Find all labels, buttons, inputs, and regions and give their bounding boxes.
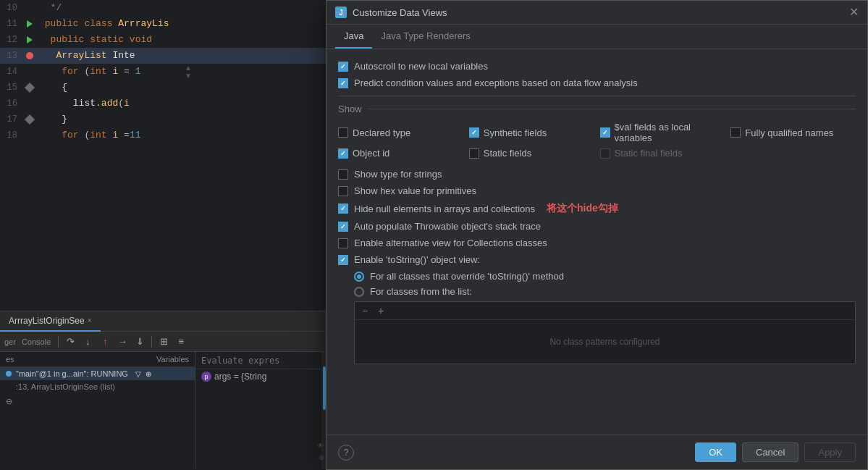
remove-pattern-button[interactable]: − <box>359 305 371 316</box>
step-into-button[interactable]: ↓ <box>80 335 95 349</box>
frames-panel: es Variables "main"@1 in g...ain": RUNNI… <box>0 352 195 469</box>
debugger-label: ger <box>4 337 19 346</box>
frame-item-list[interactable]: :13, ArrayListOriginSee (list) <box>0 380 195 393</box>
auto-populate-checkbox[interactable] <box>338 222 348 232</box>
frame-item-running[interactable]: "main"@1 in g...ain": RUNNING ▽ ⊕ <box>0 367 195 380</box>
synthetic-fields-checkbox[interactable] <box>469 127 479 138</box>
from-list-radio[interactable] <box>354 287 364 297</box>
code-line-highlighted: 13 ArrayList Inte <box>0 48 326 64</box>
fully-qualified-checkbox[interactable] <box>730 127 741 138</box>
enable-alt-view-checkbox[interactable] <box>338 238 348 248</box>
apply-button[interactable]: Apply <box>804 442 856 462</box>
synthetic-fields-item: Synthetic fields <box>469 122 594 143</box>
show-hex-row: Show hex value for primitives <box>338 185 856 196</box>
step-over-button[interactable]: ↷ <box>63 335 77 349</box>
gutter-11 <box>23 20 36 28</box>
show-line <box>368 109 856 109</box>
synthetic-fields-label: Synthetic fields <box>484 127 547 138</box>
tab-java[interactable]: Java <box>335 25 372 49</box>
code-line: 10 */ <box>0 0 326 16</box>
add-pattern-button[interactable]: + <box>375 305 387 316</box>
dialog-title: Customize Data Views <box>353 7 849 18</box>
show-type-strings-checkbox[interactable] <box>338 169 348 180</box>
diamond-icon <box>25 83 35 93</box>
help-button[interactable]: ? <box>338 445 354 461</box>
toolbar-separator <box>58 336 59 348</box>
code-line: 15 { <box>0 80 326 96</box>
declared-type-label: Declared type <box>353 127 410 138</box>
frame-down-icon[interactable]: ⊕ <box>146 370 151 378</box>
from-list-label: For classes from the list: <box>370 286 472 297</box>
code-line: 17 } <box>0 112 326 127</box>
debug-toolbar: ger Console ↷ ↓ ↑ → ⇓ ⊞ ≡ <box>0 332 326 352</box>
variables-label: Variables <box>156 355 189 364</box>
object-id-label: Object id <box>353 148 389 159</box>
tab-arrraylistoriginsee[interactable]: ArrrayListOriginSee × <box>0 311 101 332</box>
list-empty-text: No class patterns configured <box>355 320 855 364</box>
val-fields-item: $val fields as local variables <box>600 122 725 143</box>
dialog-footer: ? OK Cancel Apply <box>326 435 867 469</box>
arrow-green-icon <box>27 36 33 43</box>
static-final-fields-checkbox[interactable] <box>600 148 610 159</box>
debug-tabs: ArrrayListOriginSee × <box>0 311 326 332</box>
editor-panel: 10 */ 11 public class ArrrayLis 12 <box>0 0 326 470</box>
var-item-args: p args = {String <box>195 369 321 384</box>
autoscroll-checkbox[interactable] <box>338 62 348 72</box>
predict-condition-label: Predict condition values and exceptions … <box>354 77 638 88</box>
autoscroll-label: Autoscroll to new local variables <box>354 61 488 72</box>
code-editor: 10 */ 11 public class ArrrayLis 12 <box>0 0 326 311</box>
enable-alt-view-row: Enable alternative view for Collections … <box>338 238 856 248</box>
close-tab-icon[interactable]: × <box>88 316 92 324</box>
evaluate-expression-input[interactable] <box>195 353 321 369</box>
static-final-fields-label: Static final fields <box>615 148 683 159</box>
object-id-checkbox[interactable] <box>338 148 348 159</box>
code-line: 14 for (int i = 1 <box>0 64 326 80</box>
val-fields-checkbox[interactable] <box>600 127 610 138</box>
declared-type-checkbox[interactable] <box>338 127 348 138</box>
class-patterns-list: − + No class patterns configured <box>354 301 856 364</box>
all-classes-radio[interactable] <box>354 272 364 282</box>
show-type-strings-label: Show type for strings <box>354 169 442 180</box>
code-line: 16 list.add(i <box>0 96 326 112</box>
debug-panel: ArrrayListOriginSee × ger Console ↷ ↓ ↑ … <box>0 311 326 470</box>
code-lines: 10 */ 11 public class ArrrayLis 12 <box>0 0 326 143</box>
close-dialog-button[interactable]: ✕ <box>849 7 859 18</box>
declared-type-item: Declared type <box>338 122 463 143</box>
tab-java-type-renderers[interactable]: Java Type Renderers <box>372 25 479 49</box>
ok-button[interactable]: OK <box>695 442 736 462</box>
eye-icon[interactable]: 👁 <box>316 440 326 451</box>
run-to-cursor-button[interactable]: → <box>115 335 130 349</box>
hide-null-annotation: 将这个hide勾掉 <box>547 202 618 215</box>
autoscroll-row: Autoscroll to new local variables <box>338 61 856 72</box>
hide-null-row: Hide null elements in arrays and collect… <box>338 202 856 215</box>
frames-label: es <box>6 355 153 364</box>
show-label: Show <box>338 104 362 114</box>
breakpoint-icon <box>26 52 33 59</box>
list-toolbar: − + <box>355 302 855 320</box>
step-out-button[interactable]: ↑ <box>98 335 112 349</box>
separator <box>338 96 856 96</box>
cancel-button[interactable]: Cancel <box>742 442 799 462</box>
static-fields-item: Static fields <box>469 148 594 159</box>
p-badge-icon: p <box>201 372 211 382</box>
static-fields-checkbox[interactable] <box>469 148 479 159</box>
show-hex-label: Show hex value for primitives <box>354 185 476 196</box>
filter-icon[interactable]: ▽ <box>135 370 141 378</box>
fully-qualified-label: Fully qualified names <box>745 127 833 138</box>
code-line: 18 for (int i =11 <box>0 127 326 143</box>
more-button[interactable]: ≡ <box>174 335 188 349</box>
frame-label: "main"@1 in g...ain": RUNNING <box>16 369 128 378</box>
diamond-icon <box>25 114 35 125</box>
force-step-into-button[interactable]: ⇓ <box>132 335 147 349</box>
eval-area <box>195 352 321 369</box>
show-hex-checkbox[interactable] <box>338 186 348 196</box>
enable-tostring-checkbox[interactable] <box>338 255 348 265</box>
predict-condition-checkbox[interactable] <box>338 78 348 88</box>
scroll-end-icon[interactable]: ⊕ <box>317 452 326 463</box>
arrow-green-icon <box>27 20 33 28</box>
hide-null-checkbox[interactable] <box>338 203 348 214</box>
table-view-button[interactable]: ⊞ <box>156 335 171 349</box>
dialog-content: Autoscroll to new local variables Predic… <box>326 49 867 435</box>
frame-dot-icon <box>6 371 12 377</box>
all-classes-label: For all classes that override 'toString(… <box>370 271 564 282</box>
